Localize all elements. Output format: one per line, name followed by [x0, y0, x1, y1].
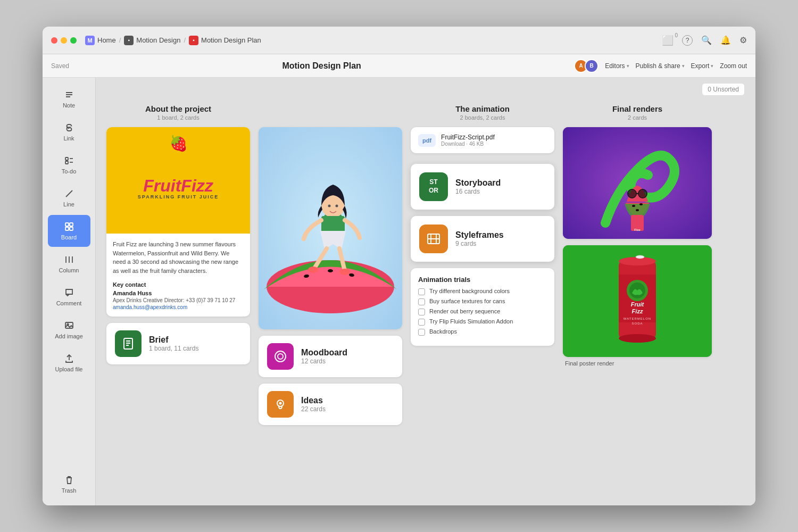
svg-text:Fruit: Fruit: [631, 301, 645, 307]
minimize-button[interactable]: [61, 37, 67, 44]
sidebar-link-label: Link: [63, 135, 74, 142]
svg-rect-8: [65, 223, 69, 226]
sidebar-upload-label: Upload file: [55, 366, 83, 372]
sidebar-item-comment[interactable]: Comment: [48, 281, 90, 313]
todo-checkbox-1[interactable]: [418, 288, 425, 295]
storyboard-title: Storyboard: [455, 178, 546, 188]
titlebar-actions: ⬜0 ? 🔍 🔔 ⚙: [662, 35, 747, 46]
export-caret-icon: ▾: [711, 63, 713, 69]
toolbar: Saved Motion Design Plan A B Editors ▾ P…: [43, 54, 755, 78]
sidebar-item-note[interactable]: Note: [48, 83, 90, 115]
sidebar-item-upload[interactable]: Upload file: [48, 347, 90, 379]
sidebar-item-column[interactable]: Column: [48, 248, 90, 280]
sidebar-item-board[interactable]: Board: [48, 215, 90, 247]
svg-point-59: [619, 334, 656, 343]
kc-email[interactable]: amanda.huss@apexdrinks.com: [113, 304, 244, 310]
todo-checkbox-2[interactable]: [418, 298, 425, 305]
kc-title: Key contact: [113, 281, 244, 288]
svg-text:SODA: SODA: [631, 322, 643, 325]
ideas-board-item[interactable]: Ideas 22 cards: [259, 384, 402, 425]
breadcrumb-motion[interactable]: ▪ Motion Design: [124, 36, 180, 45]
todo-checkbox-5[interactable]: [418, 329, 425, 336]
todo-checkbox-3[interactable]: [418, 309, 425, 315]
sidebar-item-todo[interactable]: To-do: [48, 149, 90, 181]
brief-board-item[interactable]: Brief 1 board, 11 cards: [106, 323, 250, 364]
svg-rect-5: [65, 161, 68, 164]
svg-line-7: [66, 190, 72, 197]
about-description: Fruit Fizz are launching 3 new summer fl…: [106, 234, 250, 281]
breadcrumb-home[interactable]: M Home: [85, 36, 116, 45]
svg-point-25: [328, 269, 333, 272]
svg-rect-11: [70, 227, 73, 230]
svg-point-35: [339, 269, 350, 275]
todo-item-1: Try different background colors: [418, 288, 547, 295]
sidebar-item-line[interactable]: Line: [48, 182, 90, 214]
moodboard-board-item[interactable]: Moodboard 12 cards: [259, 336, 402, 377]
settings-icon[interactable]: ⚙: [739, 35, 747, 45]
todo-label-1: Try different background colors: [429, 288, 510, 294]
breadcrumb-plan-label: Motion Design Plan: [201, 36, 261, 44]
bell-icon[interactable]: 🔔: [720, 35, 731, 45]
editors-button[interactable]: Editors ▾: [605, 62, 629, 70]
sidebar-item-add-image[interactable]: Add image: [48, 314, 90, 346]
svg-text:WATERMELON: WATERMELON: [624, 317, 651, 320]
help-icon[interactable]: ?: [682, 35, 693, 46]
sidebar-item-trash[interactable]: Trash: [48, 468, 90, 500]
brief-icon: [115, 330, 142, 357]
unsorted-badge: 0 Unsorted: [702, 83, 745, 96]
brief-info: Brief 1 board, 11 cards: [149, 335, 242, 352]
todo-label-3: Render out berry sequence: [429, 308, 500, 314]
close-button[interactable]: [51, 37, 57, 44]
pdf-card[interactable]: pdf FruitFizz-Script.pdf Download · 46 K…: [411, 127, 554, 153]
breadcrumb: M Home / ▪ Motion Design / ▪ Motion Desi…: [85, 36, 261, 45]
avatar-group: A B: [574, 59, 598, 73]
column-about: About the project 1 board, 2 cards 🍓 Fru…: [106, 104, 250, 425]
column-final-sub: 2 cards: [563, 114, 712, 121]
animation-trials-card: Animation trials Try different backgroun…: [411, 268, 554, 346]
todo-item-2: Buy surface textures for cans: [418, 298, 547, 305]
sidebar-item-link[interactable]: Link: [48, 116, 90, 148]
svg-point-53: [639, 190, 646, 197]
brief-title: Brief: [149, 335, 242, 345]
breadcrumb-motion-label: Motion Design: [136, 36, 180, 44]
column-animation-title: The animation: [411, 104, 554, 113]
motion-icon: ▪: [124, 36, 134, 45]
zoom-out-button[interactable]: Zoom out: [720, 62, 747, 70]
todo-checkbox-4[interactable]: [418, 319, 425, 326]
todo-label-4: Try Flip Fluids Simulation Addon: [429, 318, 513, 325]
styleframes-board-item[interactable]: Styleframes 9 cards: [411, 216, 554, 262]
sidebar: Note Link To-do Line Board Column: [43, 78, 96, 505]
storyboard-board-item[interactable]: STOR Storyboard 16 cards: [411, 164, 554, 210]
svg-text:Fizz: Fizz: [632, 308, 643, 314]
sidebar-todo-label: To-do: [62, 168, 77, 174]
todo-item-3: Render out berry sequence: [418, 308, 547, 315]
publish-share-button[interactable]: Publish & share ▾: [636, 62, 685, 70]
styleframes-sub: 9 cards: [455, 240, 546, 247]
svg-rect-31: [321, 216, 345, 233]
svg-point-48: [636, 209, 639, 211]
search-icon[interactable]: 🔍: [701, 35, 712, 45]
column-final-title: Final renders: [563, 104, 712, 113]
fruitfizz-card[interactable]: 🍓 FruitFizz SPARKLING FRUIT JUICE Fruit …: [106, 127, 250, 317]
sidebar-column-label: Column: [59, 267, 79, 273]
maximize-button[interactable]: [70, 37, 77, 44]
column-middle-header: - -: [259, 104, 402, 121]
column-final: Final renders 2 cards: [563, 104, 712, 425]
sidebar-addimage-label: Add image: [55, 333, 83, 339]
svg-point-67: [636, 255, 644, 259]
device-icon[interactable]: ⬜0: [662, 35, 674, 46]
pdf-icon: pdf: [418, 134, 436, 147]
todo-label-2: Buy surface textures for cans: [429, 298, 505, 304]
pdf-info: FruitFizz-Script.pdf Download · 46 KB: [441, 134, 547, 147]
column-animation: The animation 2 boards, 2 cards pdf Frui…: [411, 104, 554, 425]
todo-label-5: Backdrops: [429, 328, 457, 335]
page-title: Motion Design Plan: [69, 61, 574, 71]
render-can: Fruit Fizz WATERMELON SODA: [563, 245, 712, 357]
export-button[interactable]: Export ▾: [691, 62, 714, 70]
column-animation-header: The animation 2 boards, 2 cards: [411, 104, 554, 121]
svg-point-52: [628, 190, 636, 197]
breadcrumb-plan[interactable]: ▪ Motion Design Plan: [189, 36, 261, 45]
home-icon: M: [85, 36, 95, 45]
ideas-info: Ideas 22 cards: [301, 396, 394, 413]
column-about-header: About the project 1 board, 2 cards: [106, 104, 250, 121]
